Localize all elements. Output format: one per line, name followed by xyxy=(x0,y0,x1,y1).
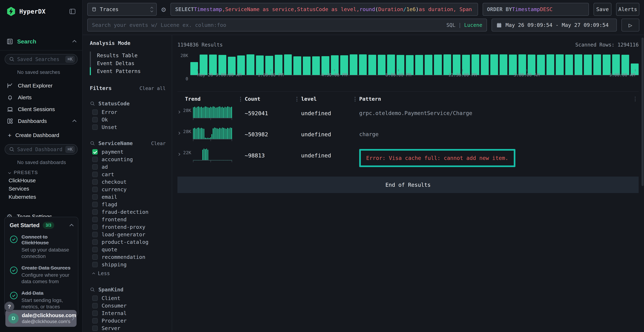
mode-results-table[interactable]: Results Table xyxy=(90,52,166,60)
saved-dashboards-field[interactable] xyxy=(17,146,63,152)
filter-option[interactable]: email xyxy=(90,193,166,201)
checkbox[interactable] xyxy=(92,224,98,230)
lucene-toggle[interactable]: Lucene xyxy=(464,22,482,28)
event-search-box[interactable]: SQL | Lucene xyxy=(87,18,487,32)
filter-option[interactable]: frontend xyxy=(90,216,166,223)
filter-option[interactable]: accounting xyxy=(90,156,166,163)
filter-option[interactable]: cart xyxy=(90,171,166,178)
checkbox[interactable] xyxy=(92,262,98,267)
highlighted-error-pattern[interactable]: Error: Visa cache full: cannot add new i… xyxy=(359,149,516,167)
checkbox[interactable] xyxy=(92,254,98,260)
checkbox[interactable] xyxy=(92,296,98,301)
query-language-toggle[interactable]: SQL | Lucene xyxy=(446,22,482,28)
column-drag-handle[interactable]: ⋮ xyxy=(294,96,299,102)
checkbox[interactable] xyxy=(92,117,98,122)
checkbox[interactable] xyxy=(92,232,98,237)
sidebar-item-dashboards[interactable]: Dashboards xyxy=(0,115,82,127)
presets-toggle[interactable]: PRESETS xyxy=(0,168,82,176)
checkbox[interactable] xyxy=(92,157,98,162)
column-header-pattern[interactable]: ⋮Pattern xyxy=(351,96,639,102)
get-started-item[interactable]: Connect to ClickHouse Set up your databa… xyxy=(10,234,73,260)
column-drag-handle[interactable]: ⋮ xyxy=(352,96,357,102)
checkbox[interactable] xyxy=(92,194,98,200)
saved-searches-field[interactable] xyxy=(17,56,63,62)
event-search-input[interactable] xyxy=(92,22,443,28)
sidebar-item-search[interactable]: Search xyxy=(0,33,82,50)
filter-option[interactable]: Internal xyxy=(90,310,166,317)
checkbox[interactable] xyxy=(92,164,98,170)
pattern-cell[interactable]: Error: Visa cache full: cannot add new i… xyxy=(351,149,639,167)
filter-option[interactable]: Error xyxy=(90,108,166,116)
alerts-button[interactable]: Alerts xyxy=(616,3,639,16)
checkbox[interactable] xyxy=(92,247,98,252)
filter-option[interactable]: ad xyxy=(90,163,166,171)
checkbox[interactable] xyxy=(92,124,98,130)
preset-dashboard-link[interactable]: ClickHouse xyxy=(0,176,82,184)
get-started-item[interactable]: Add Data Start sending logs, metrics, or… xyxy=(10,290,73,310)
filter-option[interactable]: quote xyxy=(90,246,166,253)
checkbox[interactable] xyxy=(92,303,98,308)
checkbox[interactable] xyxy=(92,179,98,184)
preset-dashboard-link[interactable]: Services xyxy=(0,184,82,193)
preset-dashboard-link[interactable]: Kubernetes xyxy=(0,193,82,201)
checkbox[interactable] xyxy=(92,318,98,324)
table-row[interactable]: 28K ~592041 undefined grpc.oteldemo.Paym… xyxy=(178,105,639,126)
column-header-count[interactable]: ⋮Count xyxy=(236,96,293,102)
column-header-level[interactable]: ⋮level xyxy=(293,96,351,102)
save-button[interactable]: Save xyxy=(594,3,612,16)
saved-searches-input[interactable]: ⌘K xyxy=(5,54,78,64)
show-less-toggle[interactable]: Less xyxy=(90,270,166,277)
filter-option[interactable]: Unset xyxy=(90,124,166,131)
help-button[interactable]: ? xyxy=(4,302,14,312)
get-started-item[interactable]: Create Data Sources Configure where your… xyxy=(10,265,73,285)
filter-option[interactable]: frontend-proxy xyxy=(90,223,166,231)
checkbox[interactable] xyxy=(92,187,98,192)
date-range-picker[interactable]: May 26 09:09:54 - May 27 09:09:54 xyxy=(492,18,617,32)
checkbox[interactable] xyxy=(92,172,98,177)
sidebar-item-client-sessions[interactable]: Client Sessions xyxy=(0,104,82,115)
filter-option[interactable]: currency xyxy=(90,186,166,193)
histogram-bars[interactable] xyxy=(190,54,639,75)
create-dashboard-button[interactable]: + Create Dashboard xyxy=(0,130,82,140)
datasource-settings-icon[interactable]: ⚙ xyxy=(161,3,166,16)
sql-toggle[interactable]: SQL xyxy=(446,22,456,28)
checkbox[interactable] xyxy=(92,239,98,245)
saved-dashboards-input[interactable]: ⌘K xyxy=(5,144,78,154)
table-options-kebab-icon[interactable]: ⋮ xyxy=(632,96,638,102)
table-row[interactable]: 22K ~98813 undefined Error: Visa cache f… xyxy=(178,147,639,168)
expand-row-icon[interactable] xyxy=(178,132,180,135)
filter-option[interactable]: load-generator xyxy=(90,231,166,238)
filter-option[interactable]: flagd xyxy=(90,201,166,208)
checkbox[interactable] xyxy=(92,110,98,115)
expand-row-icon[interactable] xyxy=(178,153,180,156)
run-query-button[interactable]: ▷ xyxy=(622,18,639,32)
mode-event-patterns[interactable]: Event Patterns xyxy=(90,67,166,75)
checkbox[interactable] xyxy=(92,217,98,222)
filter-option[interactable]: Server xyxy=(90,324,166,332)
table-row[interactable]: 28K ~503982 undefined charge xyxy=(178,126,639,147)
filter-option[interactable]: Consumer xyxy=(90,302,166,310)
filter-option[interactable]: Ok xyxy=(90,116,166,124)
filter-option[interactable]: Producer xyxy=(90,317,166,324)
sidebar-item-chart-explorer[interactable]: Chart Explorer xyxy=(0,80,82,92)
filter-option[interactable]: checkout xyxy=(90,178,166,186)
checkbox[interactable] xyxy=(92,149,98,154)
column-drag-handle[interactable]: ⋮ xyxy=(238,96,242,102)
checkbox[interactable] xyxy=(92,326,98,331)
filter-option[interactable]: recommendation xyxy=(90,253,166,261)
order-by-input[interactable]: ORDER BY Timestamp DESC xyxy=(483,3,589,16)
filter-option[interactable]: product-catalog xyxy=(90,238,166,246)
mode-event-deltas[interactable]: Event Deltas xyxy=(90,60,166,67)
filter-option[interactable]: payment xyxy=(90,148,166,156)
column-header-trend[interactable]: Trend xyxy=(178,96,236,102)
results-histogram[interactable]: 28K 0 May 26 9:00:00 AM1:00:00 PM4:30:00… xyxy=(178,53,639,82)
clear-all-filters-link[interactable]: Clear all xyxy=(140,86,166,91)
user-menu[interactable]: D dale@clickhouse.com dale@clickhouse.co… xyxy=(5,310,76,327)
checkbox[interactable] xyxy=(92,310,98,316)
sql-query-editor[interactable]: SELECT Timestamp, ServiceName as service… xyxy=(170,3,478,16)
pattern-cell[interactable]: grpc.oteldemo.PaymentService/Charge xyxy=(351,106,639,116)
expand-row-icon[interactable] xyxy=(178,111,180,114)
filter-option[interactable]: fraud-detection xyxy=(90,208,166,216)
vertical-scrollbar[interactable] xyxy=(642,38,644,186)
filter-option[interactable]: shipping xyxy=(90,261,166,268)
